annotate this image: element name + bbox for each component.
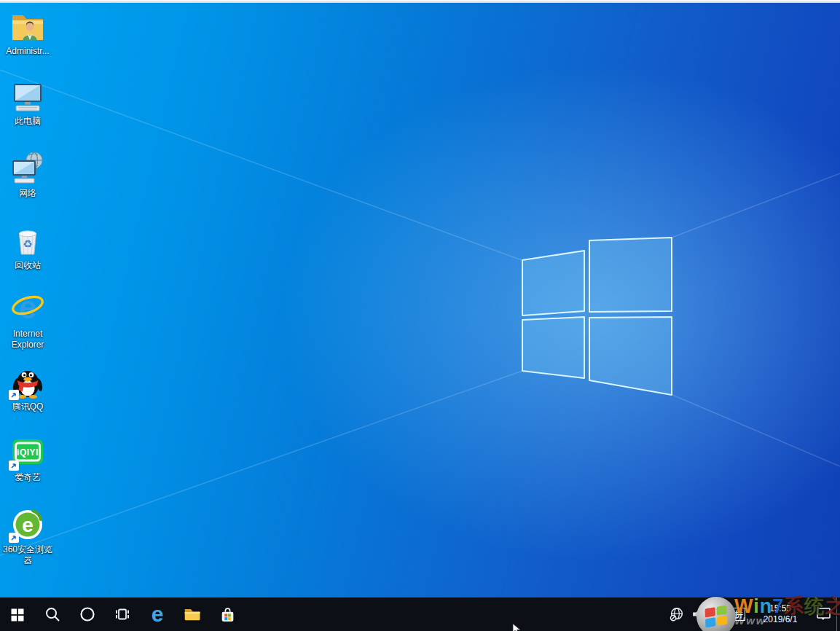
shortcut-arrow-badge bbox=[9, 390, 19, 400]
desktop-icon-network[interactable]: 网络 bbox=[1, 151, 55, 199]
shortcut-arrow-badge bbox=[9, 460, 19, 471]
desktop-icon-recycle-bin[interactable]: ♻ 回收站 bbox=[1, 223, 55, 271]
windows-desktop: Administr... 此电脑 bbox=[0, 0, 840, 631]
clock-date: 2019/6/1 bbox=[764, 614, 798, 625]
network-icon bbox=[10, 151, 45, 186]
windows-logo-wallpaper-art bbox=[0, 0, 840, 631]
edge-icon: e bbox=[152, 603, 164, 625]
desktop-icon-internet-explorer[interactable]: e Internet Explorer bbox=[1, 291, 55, 350]
search-button[interactable] bbox=[35, 597, 70, 631]
clock-time: 15:55 bbox=[769, 603, 791, 614]
windows-start-icon bbox=[9, 605, 26, 623]
iqiyi-icon: iQIYI bbox=[10, 435, 45, 470]
ime-pinyin-badge: 拼 bbox=[732, 608, 745, 621]
speaker-icon bbox=[691, 607, 706, 622]
show-desktop-button[interactable] bbox=[836, 597, 840, 631]
desktop-icon-this-pc[interactable]: 此电脑 bbox=[1, 79, 55, 127]
taskbar-clock[interactable]: 15:55 2019/6/1 bbox=[749, 603, 812, 625]
top-border-strip bbox=[0, 0, 840, 3]
search-icon bbox=[44, 605, 61, 623]
this-pc-icon bbox=[10, 79, 45, 114]
task-view-button[interactable] bbox=[105, 597, 140, 631]
desktop-icon-360-browser[interactable]: e 360安全浏览器 bbox=[1, 507, 55, 566]
iqiyi-logo-text: iQIYI bbox=[17, 447, 39, 458]
file-explorer-button[interactable] bbox=[175, 597, 210, 631]
desktop-icon-iqiyi[interactable]: iQIYI 爱奇艺 bbox=[1, 435, 55, 483]
qq-penguin-icon bbox=[10, 364, 45, 399]
ime-mode-button[interactable]: 拼 bbox=[729, 597, 749, 631]
volume-button[interactable] bbox=[688, 597, 710, 631]
network-status-button[interactable] bbox=[666, 597, 688, 631]
desktop-icon-administrator[interactable]: Administr... bbox=[1, 9, 55, 57]
taskbar: e bbox=[0, 597, 840, 631]
desktop-icon-label: 腾讯QQ bbox=[12, 401, 44, 412]
internet-explorer-icon: e bbox=[10, 291, 45, 326]
recycle-bin-icon: ♻ bbox=[10, 223, 45, 258]
user-folder-icon bbox=[10, 9, 45, 44]
task-view-icon bbox=[114, 605, 131, 623]
action-center-icon bbox=[815, 606, 833, 622]
360-browser-icon: e bbox=[10, 507, 45, 542]
globe-no-internet-icon bbox=[670, 607, 684, 622]
language-indicator[interactable]: 中 bbox=[710, 597, 729, 631]
desktop-icon-label: 爱奇艺 bbox=[15, 472, 41, 483]
microsoft-store-icon bbox=[219, 605, 237, 624]
file-explorer-icon bbox=[183, 605, 202, 624]
start-button[interactable] bbox=[0, 597, 35, 631]
windows-flag-logo bbox=[522, 238, 672, 395]
desktop-icon-label: 回收站 bbox=[15, 260, 41, 271]
desktop-icon-label: Administr... bbox=[6, 46, 49, 57]
360-e-glyph: e bbox=[22, 514, 34, 536]
edge-button[interactable]: e bbox=[140, 597, 175, 631]
desktop-icon-label: Internet Explorer bbox=[1, 329, 55, 350]
action-center-button[interactable] bbox=[812, 597, 836, 631]
shortcut-arrow-badge bbox=[9, 533, 19, 543]
desktop-icon-tencent-qq[interactable]: 腾讯QQ bbox=[1, 364, 55, 412]
system-tray: 中 拼 15:55 2019/6/1 bbox=[666, 597, 840, 631]
recycle-glyph: ♻ bbox=[23, 238, 32, 250]
taskbar-empty-area bbox=[245, 597, 666, 631]
cortana-button[interactable] bbox=[70, 597, 105, 631]
desktop-icon-label: 此电脑 bbox=[15, 116, 41, 127]
store-button[interactable] bbox=[210, 597, 245, 631]
desktop-icon-label: 360安全浏览器 bbox=[1, 544, 55, 566]
cortana-circle-icon bbox=[79, 605, 96, 623]
desktop-icon-label: 网络 bbox=[19, 188, 36, 199]
